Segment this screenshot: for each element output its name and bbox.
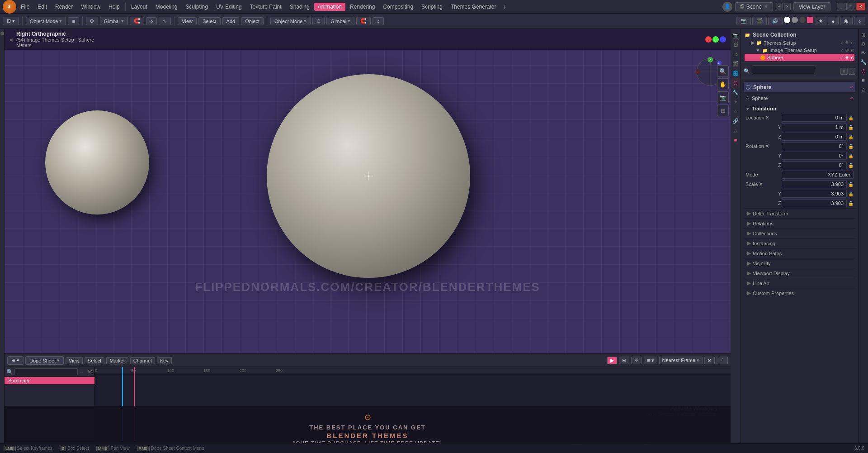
scale-y-value[interactable]: 3.903 — [782, 190, 847, 198]
scale-z-lock[interactable]: 🔒 — [848, 201, 854, 206]
scene-remove-button[interactable]: × — [784, 3, 791, 10]
filter-button[interactable]: ≡ — [68, 17, 79, 25]
dope-mode-button[interactable]: Dope Sheet ▾ — [25, 356, 64, 365]
dope-snap-button[interactable]: ⊙ — [704, 357, 715, 364]
tab-layout[interactable]: Layout — [127, 3, 151, 11]
menu-edit[interactable]: Edit — [34, 3, 51, 11]
line-art-section[interactable]: ▶ Line Art — [744, 278, 855, 288]
data-props-icon[interactable]: △ — [731, 126, 740, 135]
proportional-edit-button[interactable]: ○ — [146, 17, 157, 25]
window-close-button[interactable]: × — [856, 3, 865, 10]
z-axis-indicator[interactable] — [720, 36, 726, 43]
object-props-icon[interactable]: ⬡ — [731, 78, 740, 87]
dope-filter-button[interactable]: ≡ ▾ — [644, 357, 657, 364]
dope-editor-type[interactable]: ⊞ ▾ — [7, 356, 24, 365]
location-y-value[interactable]: 1 m — [782, 123, 847, 131]
blender-logo[interactable]: B — [3, 0, 16, 14]
tab-scripting[interactable]: Scripting — [418, 3, 446, 11]
rotation-y-lock[interactable]: 🔒 — [848, 153, 854, 158]
tab-rendering[interactable]: Rendering — [346, 3, 378, 11]
snap-button-2[interactable]: 🧲 — [356, 17, 371, 25]
tab-shading[interactable]: Shading — [286, 3, 313, 11]
snap-button[interactable]: 🧲 — [130, 17, 144, 25]
color-pink[interactable] — [807, 17, 813, 23]
window-min-button[interactable]: _ — [837, 3, 846, 10]
color-gray[interactable] — [792, 17, 798, 23]
physics-props-icon[interactable]: ⚛ — [731, 107, 740, 116]
tab-animation[interactable]: Animation — [314, 3, 345, 11]
view-menu-button[interactable]: View — [178, 17, 197, 25]
dope-arrow-button[interactable]: → — [79, 369, 85, 375]
dope-search-input[interactable] — [14, 368, 78, 375]
object-fake-user-btn[interactable]: ∞ — [850, 85, 854, 90]
editor-type-button[interactable]: ⊞ ▾ — [3, 17, 19, 25]
color-white[interactable] — [784, 17, 790, 23]
tab-modeling[interactable]: Modeling — [152, 3, 181, 11]
viewport-display-section[interactable]: ▶ Viewport Display — [744, 268, 855, 278]
scale-x-value[interactable]: 3.903 — [782, 180, 847, 188]
zoom-in-button[interactable]: 🔍 — [717, 65, 729, 77]
rotation-x-lock[interactable]: 🔒 — [848, 144, 854, 149]
tab-compositing[interactable]: Compositing — [379, 3, 417, 11]
grid-view-button[interactable]: ⊞ — [717, 105, 729, 116]
custom-properties-section[interactable]: ▶ Custom Properties — [744, 288, 855, 298]
viewport-3d[interactable]: ◀ Right Orthographic (54) Image Themes S… — [5, 29, 731, 453]
dope-sync-button[interactable]: ▶ — [607, 357, 617, 364]
viewport-shading-1[interactable]: ◈ — [815, 17, 826, 25]
nearest-frame-button[interactable]: Nearest Frame ▾ — [659, 357, 703, 364]
mode-select-button[interactable]: Object Mode ▾ — [26, 17, 66, 25]
instancing-section[interactable]: ▶ Instancing — [744, 238, 855, 248]
render-anim-button[interactable]: 🎬 — [752, 17, 767, 25]
viewport-shading-2[interactable]: ● — [828, 17, 839, 25]
add-workspace-button[interactable]: + — [503, 3, 506, 10]
dope-select-menu[interactable]: Select — [85, 357, 105, 364]
transform-section-header[interactable]: ▼ Transform — [744, 105, 855, 113]
particles-props-icon[interactable]: ✦ — [731, 97, 740, 106]
dope-warn-button[interactable]: ⚠ — [631, 357, 642, 364]
x-axis-indicator[interactable] — [705, 36, 712, 43]
location-z-value[interactable]: 0 m — [782, 133, 847, 141]
tab-texture-paint[interactable]: Texture Paint — [246, 3, 285, 11]
delta-transform-section[interactable]: ▶ Delta Transform — [744, 208, 855, 218]
visibility-section[interactable]: ▶ Visibility — [744, 258, 855, 268]
rotation-z-lock[interactable]: 🔒 — [848, 163, 854, 168]
strip-icon-4[interactable]: 🔧 — [859, 58, 868, 66]
viewport-toggle[interactable]: ◀ — [9, 37, 13, 42]
dope-channel-menu[interactable]: Channel — [130, 357, 155, 364]
strip-icon-7[interactable]: △ — [859, 85, 868, 93]
sphere-large[interactable] — [267, 74, 470, 278]
object-menu-button[interactable]: Object — [241, 17, 264, 25]
scene-props-icon[interactable]: 🎬 — [731, 59, 740, 68]
outliner-search-input[interactable] — [752, 65, 815, 74]
scale-x-lock[interactable]: 🔒 — [848, 182, 854, 187]
location-x-value[interactable]: 0 m — [782, 114, 847, 122]
mode-select-button-2[interactable]: Object Mode ▾ — [270, 17, 311, 25]
outliner-sort-btn[interactable]: ↕ — [849, 68, 855, 75]
location-x-lock[interactable]: 🔒 — [848, 115, 854, 120]
pan-tool[interactable]: ✋ — [717, 78, 729, 90]
strip-icon-3[interactable]: 👁 — [859, 49, 868, 57]
dope-view-menu[interactable]: View — [66, 357, 83, 364]
scene-add-button[interactable]: + — [776, 3, 783, 10]
render-audio-button[interactable]: 🔊 — [768, 17, 783, 25]
path-button[interactable]: ∿ — [159, 17, 171, 25]
render-button[interactable]: 📷 — [736, 17, 751, 25]
dope-markers-button[interactable]: ⊞ — [619, 357, 629, 364]
menu-window[interactable]: Window — [77, 3, 104, 11]
transform-pivot-button-2[interactable]: ⊙ — [312, 17, 325, 25]
strip-icon-6[interactable]: ■ — [859, 76, 868, 84]
viewport-shading-3[interactable]: ◉ — [840, 17, 853, 25]
color-dark[interactable] — [799, 17, 806, 23]
add-menu-button[interactable]: Add — [222, 17, 240, 25]
outliner-filter-btn[interactable]: ≡ — [840, 68, 848, 75]
dope-key-menu[interactable]: Key — [157, 357, 172, 364]
outliner-image-themes-setup[interactable]: ▼ 📁 Image Themes Setup ✓ 👁 ⊙ — [745, 47, 854, 54]
location-y-lock[interactable]: 🔒 — [848, 125, 854, 130]
rotation-z-value[interactable]: 0° — [782, 161, 847, 169]
viewlayer-props-icon[interactable]: 🗂 — [731, 50, 740, 59]
strip-icon-2[interactable]: ⚙ — [859, 40, 868, 48]
rotation-x-value[interactable]: 0° — [782, 142, 847, 150]
menu-file[interactable]: File — [17, 3, 33, 11]
outliner-themes-setup[interactable]: ▶ 📁 Themes Setup ✓ 👁 ⊙ — [745, 39, 854, 47]
scene-selector[interactable]: 🎬 Scene ▼ — [735, 2, 773, 11]
